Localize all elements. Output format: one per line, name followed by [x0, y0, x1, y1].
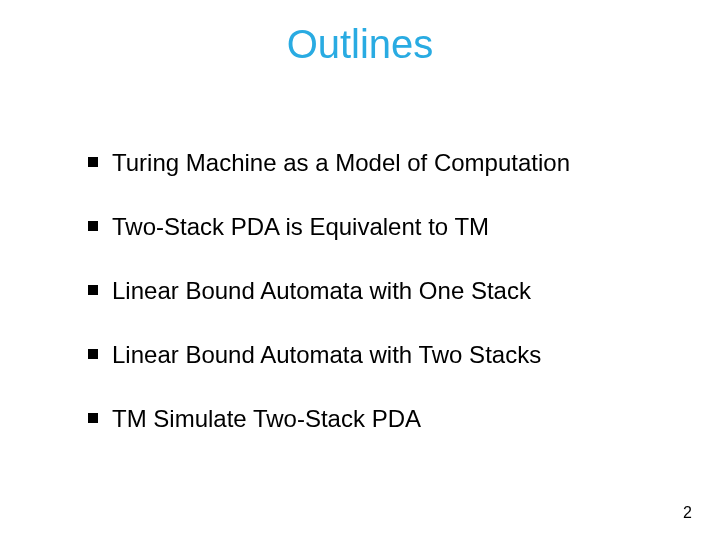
list-item: TM Simulate Two-Stack PDA [88, 404, 660, 434]
list-item: Two-Stack PDA is Equivalent to TM [88, 212, 660, 242]
square-bullet-icon [88, 285, 98, 295]
square-bullet-icon [88, 349, 98, 359]
list-item-text: Two-Stack PDA is Equivalent to TM [112, 212, 489, 242]
list-item-text: Linear Bound Automata with One Stack [112, 276, 531, 306]
slide-title: Outlines [0, 22, 720, 67]
list-item: Linear Bound Automata with One Stack [88, 276, 660, 306]
list-item-text: Linear Bound Automata with Two Stacks [112, 340, 541, 370]
list-item: Linear Bound Automata with Two Stacks [88, 340, 660, 370]
list-item-text: Turing Machine as a Model of Computation [112, 148, 570, 178]
page-number: 2 [683, 504, 692, 522]
bullet-list: Turing Machine as a Model of Computation… [88, 148, 660, 468]
square-bullet-icon [88, 157, 98, 167]
list-item-text: TM Simulate Two-Stack PDA [112, 404, 421, 434]
square-bullet-icon [88, 221, 98, 231]
square-bullet-icon [88, 413, 98, 423]
list-item: Turing Machine as a Model of Computation [88, 148, 660, 178]
slide: Outlines Turing Machine as a Model of Co… [0, 0, 720, 540]
